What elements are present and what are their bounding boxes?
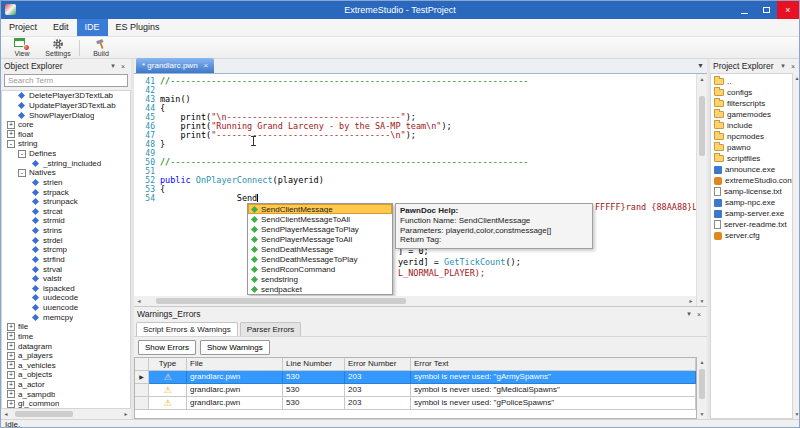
editor-horizontal-scrollbar[interactable]: ◄ ►: [134, 296, 696, 306]
object-explorer-item[interactable]: strins: [2, 226, 130, 236]
object-explorer-item[interactable]: strmid: [2, 216, 130, 226]
code-line[interactable]: //--------------------------------------…: [160, 77, 696, 86]
expander-icon[interactable]: -: [18, 150, 26, 158]
scroll-left-icon[interactable]: ◄: [134, 296, 144, 306]
object-explorer-item[interactable]: strcmp: [2, 245, 130, 255]
object-explorer-item[interactable]: _string_included: [2, 158, 130, 168]
expander-icon[interactable]: +: [7, 381, 15, 389]
expander-icon[interactable]: +: [7, 332, 15, 340]
panel-close-icon[interactable]: ×: [118, 63, 128, 70]
tab-close-icon[interactable]: ×: [204, 61, 209, 70]
object-explorer-item[interactable]: +file: [2, 322, 130, 332]
expander-icon[interactable]: -: [18, 169, 26, 177]
object-explorer-item[interactable]: +a_vehicles: [2, 361, 130, 371]
grid-column-header[interactable]: Type: [149, 358, 187, 371]
panel-menu-icon[interactable]: ▾: [778, 62, 788, 70]
expander-icon[interactable]: +: [7, 342, 15, 350]
scrollbar-thumb[interactable]: [699, 369, 705, 399]
code-line[interactable]: [160, 86, 696, 95]
project-explorer-item[interactable]: ..: [711, 76, 792, 87]
project-explorer-item[interactable]: server.cfg: [711, 230, 792, 241]
autocomplete-item[interactable]: SendClientMessageToAll: [248, 214, 392, 224]
project-tree-scrollbar[interactable]: ▲ ▼: [793, 73, 800, 419]
object-explorer-item[interactable]: +a_actor: [2, 380, 130, 390]
project-explorer-item[interactable]: announce.exe: [711, 164, 792, 175]
menu-item-ide[interactable]: IDE: [77, 19, 108, 36]
project-explorer-item[interactable]: npcmodes: [711, 131, 792, 142]
object-explorer-item[interactable]: +a_sampdb: [2, 389, 130, 399]
object-explorer-item[interactable]: uudecode: [2, 293, 130, 303]
object-explorer-item[interactable]: strval: [2, 264, 130, 274]
code-line[interactable]: main(): [160, 95, 696, 104]
editor-tab-grandlarc[interactable]: * grandlarc.pwn ×: [136, 58, 214, 73]
settings-button[interactable]: Settings: [40, 37, 76, 58]
autocomplete-item[interactable]: SendDeathMessageToPlay: [248, 254, 392, 264]
scroll-down-icon[interactable]: ▼: [697, 296, 707, 306]
grid-column-header[interactable]: Error Text: [411, 358, 696, 371]
object-explorer-item[interactable]: strfind: [2, 255, 130, 265]
menu-item-project[interactable]: Project: [1, 19, 45, 36]
project-explorer-item[interactable]: samp-server.exe: [711, 208, 792, 219]
error-row[interactable]: ⚠grandlarc.pwn530203symbol is never used…: [135, 397, 696, 410]
error-row[interactable]: ⚠grandlarc.pwn530203symbol is never used…: [135, 384, 696, 397]
object-explorer-item[interactable]: +datagram: [2, 341, 130, 351]
scroll-down-icon[interactable]: ▼: [793, 409, 800, 419]
scroll-up-icon[interactable]: ▲: [697, 74, 707, 84]
object-explorer-item[interactable]: strcat: [2, 207, 130, 217]
panel-close-icon[interactable]: ×: [694, 311, 704, 318]
expander-icon[interactable]: +: [7, 371, 15, 379]
autocomplete-item[interactable]: sendpacket: [248, 284, 392, 294]
object-explorer-item[interactable]: memcpy: [2, 312, 130, 322]
expander-icon[interactable]: +: [7, 323, 15, 331]
object-explorer-item[interactable]: UpdatePlayer3DTextLab: [2, 101, 130, 111]
object-explorer-item[interactable]: strunpack: [2, 197, 130, 207]
editor-vertical-scrollbar[interactable]: ▲ ▼: [696, 74, 707, 306]
scroll-up-icon[interactable]: ▲: [793, 73, 800, 83]
code-area[interactable]: //--------------------------------------…: [160, 77, 696, 203]
autocomplete-item[interactable]: SendRconCommand: [248, 264, 392, 274]
menu-item-es-plugins[interactable]: ES Plugins: [108, 19, 168, 36]
object-explorer-item[interactable]: -string: [2, 139, 130, 149]
project-explorer-item[interactable]: filterscripts: [711, 98, 792, 109]
project-explorer-item[interactable]: extremeStudio.config: [711, 175, 792, 186]
object-explorer-item[interactable]: strlen: [2, 178, 130, 188]
object-explorer-item[interactable]: +a_objects: [2, 370, 130, 380]
object-explorer-item[interactable]: +gl_common: [2, 399, 130, 409]
menu-item-edit[interactable]: Edit: [45, 19, 77, 36]
code-line[interactable]: //--------------------------------------…: [160, 158, 696, 167]
project-explorer-item[interactable]: server-readme.txt: [711, 219, 792, 230]
close-button[interactable]: ×: [777, 1, 799, 19]
show-errors-button[interactable]: Show Errors: [138, 340, 196, 355]
autocomplete-item[interactable]: SendPlayerMessageToPlay: [248, 224, 392, 234]
panel-close-icon[interactable]: ×: [788, 63, 798, 70]
scroll-up-icon[interactable]: ▲: [697, 357, 707, 367]
code-line[interactable]: print("---------------------------------…: [160, 131, 696, 140]
autocomplete-item[interactable]: SendClientMessage: [248, 204, 392, 214]
autocomplete-item[interactable]: sendstring: [248, 274, 392, 284]
code-editor[interactable]: 4142434445464748495051525354 //---------…: [134, 74, 696, 296]
expander-icon[interactable]: +: [7, 352, 15, 360]
object-explorer-item[interactable]: strpack: [2, 187, 130, 197]
scrollbar-thumb[interactable]: [156, 298, 406, 304]
panel-menu-icon[interactable]: ▾: [108, 62, 118, 70]
project-explorer-item[interactable]: scriptfiles: [711, 153, 792, 164]
errors-tab-parser[interactable]: Parser Errors: [240, 322, 302, 336]
object-explorer-item[interactable]: -Natives: [2, 168, 130, 178]
object-explorer-item[interactable]: ShowPlayerDialog: [2, 110, 130, 120]
code-line[interactable]: }: [160, 140, 696, 149]
project-explorer-item[interactable]: pawno: [711, 142, 792, 153]
expander-icon[interactable]: +: [7, 361, 15, 369]
scroll-left-icon[interactable]: ◄: [1, 409, 11, 419]
maximize-button[interactable]: [755, 1, 777, 19]
object-explorer-item[interactable]: +core: [2, 120, 130, 130]
errors-grid-scrollbar[interactable]: ▲ ▼: [697, 357, 707, 419]
expander-icon[interactable]: +: [7, 400, 15, 408]
scroll-down-icon[interactable]: ▼: [697, 409, 707, 419]
errors-tab-script[interactable]: Script Errors & Warnings: [136, 322, 238, 336]
search-input[interactable]: [4, 74, 128, 87]
object-explorer-item[interactable]: +time: [2, 332, 130, 342]
object-explorer-item[interactable]: +a_players: [2, 351, 130, 361]
autocomplete-item[interactable]: SendPlayerMessageToAll: [248, 234, 392, 244]
minimize-button[interactable]: [733, 1, 755, 19]
project-explorer-item[interactable]: samp-license.txt: [711, 186, 792, 197]
